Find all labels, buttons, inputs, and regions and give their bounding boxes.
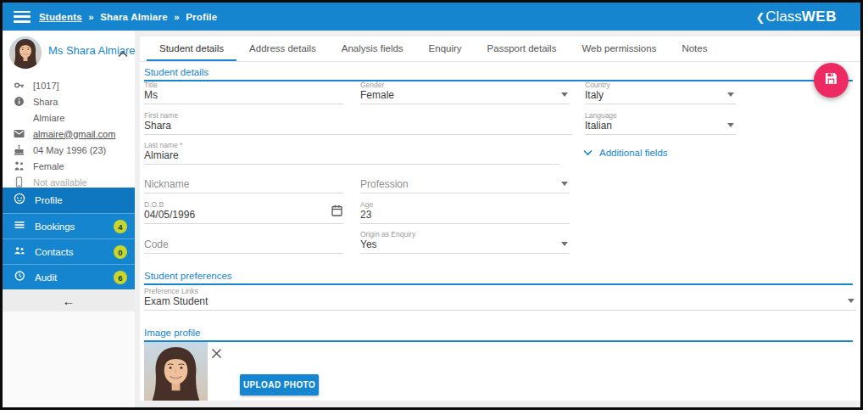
birthdate-row: 04 May 1996 (23) [3, 142, 135, 158]
dropdown-arrow-icon [561, 182, 568, 186]
history-icon [14, 270, 25, 285]
student-id-row: [1017] [3, 77, 135, 93]
people-icon [14, 244, 25, 260]
classweb-logo: ❮ClassWEB [755, 3, 837, 31]
dropdown-arrow-icon [561, 93, 568, 97]
sidebar-item-bookings[interactable]: Bookings 4 [3, 213, 135, 238]
mail-icon [13, 129, 25, 138]
sidebar-item-audit[interactable]: Audit 6 [3, 264, 135, 289]
dropdown-arrow-icon [561, 242, 568, 246]
breadcrumb: Students » Shara Almiare » Profile [39, 12, 217, 22]
tab-student-details[interactable]: Student details [147, 36, 236, 61]
code-field[interactable]: Code [144, 230, 343, 254]
email-row: almaire@gmail.com [3, 126, 135, 142]
main-area: Student details Address details Analysis… [135, 31, 860, 407]
first-name-field[interactable]: First name Shara [144, 111, 572, 135]
list-icon [14, 219, 25, 234]
calendar-icon[interactable] [331, 205, 342, 220]
tab-bar: Student details Address details Analysis… [140, 36, 860, 62]
sidebar-item-contacts[interactable]: Contacts 0 [3, 238, 135, 264]
info-icon [13, 96, 25, 107]
language-select[interactable]: Language Italian [585, 111, 736, 135]
first-name-row: Shara [3, 93, 135, 109]
profession-select[interactable]: Profession [360, 170, 570, 193]
breadcrumb-separator: » [174, 12, 180, 22]
hamburger-menu-icon[interactable] [14, 11, 31, 23]
last-name-row: Almiare [3, 109, 135, 126]
section-title-image-profile: Image profile [144, 328, 853, 342]
sidebar-item-profile[interactable]: Profile [3, 188, 135, 213]
tab-notes[interactable]: Notes [669, 36, 720, 61]
breadcrumb-person: Shara Almiare [100, 12, 168, 22]
country-select[interactable]: Country Italy [585, 81, 736, 104]
tab-address-details[interactable]: Address details [236, 36, 329, 61]
tab-passport-details[interactable]: Passport details [475, 36, 570, 61]
last-name-field[interactable]: Last name * Almiare [144, 141, 559, 165]
dob-field[interactable]: D.O.B 04/05/1996 [144, 200, 343, 224]
save-button[interactable] [814, 63, 849, 98]
section-title-student-preferences: Student preferences [144, 271, 853, 285]
tab-web-permissions[interactable]: Web permissions [569, 36, 669, 61]
upload-photo-button[interactable]: UPLOAD PHOTO [240, 374, 319, 395]
age-field[interactable]: Age 23 [360, 200, 570, 224]
collapse-sidebar-button[interactable]: ← [3, 289, 135, 311]
key-icon [13, 80, 25, 91]
section-title-student-details: Student details [144, 67, 853, 81]
preference-links-select[interactable]: Preference Links Exam Student [144, 287, 856, 311]
dropdown-arrow-icon [727, 123, 734, 127]
remove-photo-icon[interactable] [211, 347, 222, 362]
gender-icon [13, 160, 25, 171]
additional-fields-link[interactable]: Additional fields [583, 148, 668, 158]
breadcrumb-separator: » [88, 12, 94, 22]
sidebar-nav: Profile Bookings 4 Contacts 0 A [3, 188, 135, 289]
content-panel: Student details Address details Analysis… [140, 36, 860, 401]
save-icon [824, 71, 838, 89]
chevron-down-icon [583, 149, 593, 156]
origin-as-enquiry-select[interactable]: Origin as Enquiry Yes [360, 230, 570, 254]
app-window: Students » Shara Almiare » Profile ❮Clas… [0, 0, 863, 410]
email-link[interactable]: almaire@gmail.com [33, 129, 115, 139]
phone-icon [13, 177, 25, 188]
dropdown-arrow-icon [848, 299, 854, 303]
gender-select[interactable]: Gender Female [360, 81, 570, 104]
sidebar: Ms Shara Almiare [1017] Shara Almiare [3, 31, 135, 407]
top-bar: Students » Shara Almiare » Profile ❮Clas… [3, 3, 860, 31]
breadcrumb-students-link[interactable]: Students [39, 12, 82, 22]
audit-count-badge: 6 [114, 271, 127, 284]
dropdown-arrow-icon [727, 93, 734, 97]
logo-swirl-icon: ❮ [755, 11, 765, 24]
avatar [9, 36, 42, 69]
contacts-count-badge: 0 [114, 245, 127, 259]
tab-enquiry[interactable]: Enquiry [416, 36, 475, 61]
gender-row: Female [3, 158, 135, 174]
title-field[interactable]: Title Ms [144, 81, 343, 104]
bookings-count-badge: 4 [114, 220, 127, 233]
profile-photo [144, 342, 208, 401]
chevron-up-icon[interactable] [118, 46, 128, 61]
face-icon [14, 193, 25, 208]
nickname-field[interactable]: Nickname [144, 170, 343, 193]
breadcrumb-page: Profile [186, 12, 217, 22]
tab-analysis-fields[interactable]: Analysis fields [329, 36, 416, 61]
cake-icon [13, 144, 25, 155]
